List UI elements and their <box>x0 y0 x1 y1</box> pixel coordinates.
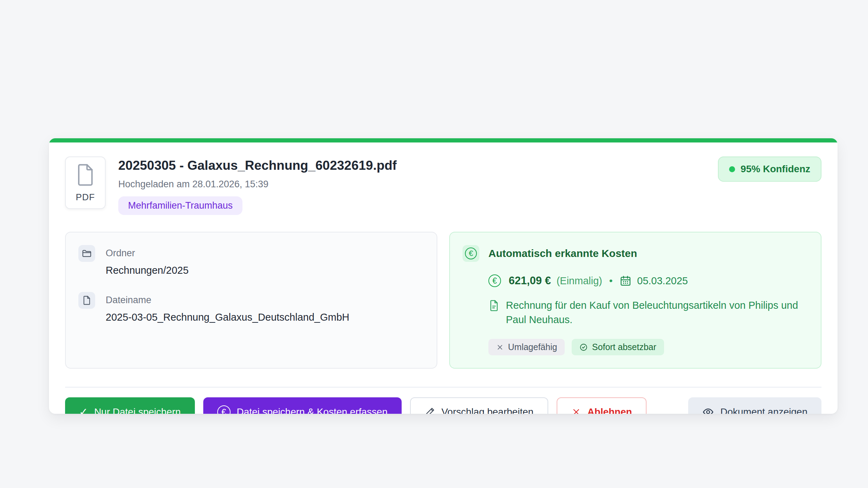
filename-label: Dateiname <box>106 294 349 306</box>
folder-icon <box>82 248 92 259</box>
cost-description-row: Rechnung für den Kauf von Beleuchtungsar… <box>488 298 808 327</box>
folder-label: Ordner <box>106 247 189 259</box>
file-icon <box>82 295 92 305</box>
cost-amount-row: € 621,09 € (Einmalig) • 05.03.2025 <box>488 274 808 287</box>
card-accent-bar <box>49 138 838 142</box>
filename-text: Dateiname 2025-03-05_Rechnung_Galaxus_De… <box>106 292 349 323</box>
badge-label: Sofort absetzbar <box>592 342 656 352</box>
folder-icon-chip <box>78 245 95 262</box>
save-file-label: Nur Datei speichern <box>94 406 181 414</box>
cost-date: 05.03.2025 <box>637 275 688 287</box>
save-with-costs-label: Datei speichern & Kosten erfassen <box>237 406 388 414</box>
file-details-panel: Ordner Rechnungen/2025 Dateiname 2025-03… <box>65 232 437 369</box>
confidence-dot-icon <box>729 166 735 172</box>
detected-costs-panel: € Automatisch erkannte Kosten € 621,09 €… <box>449 232 821 369</box>
folder-row: Ordner Rechnungen/2025 <box>78 245 424 277</box>
costs-heading: Automatisch erkannte Kosten <box>488 248 637 259</box>
pencil-icon <box>425 407 435 414</box>
badge-sofort-absetzbar: Sofort absetzbar <box>572 339 664 355</box>
cost-amount: 621,09 € <box>509 274 551 287</box>
pdf-label: PDF <box>76 192 95 203</box>
file-icon-chip <box>78 292 95 309</box>
cost-description: Rechnung für den Kauf von Beleuchtungsar… <box>506 298 808 327</box>
filename-value: 2025-03-05_Rechnung_Galaxus_Deutschland_… <box>106 311 349 323</box>
x-icon <box>571 407 581 414</box>
save-file-button[interactable]: ✓ Nur Datei speichern <box>65 397 195 414</box>
document-review-card: PDF 20250305 - Galaxus_Rechnung_60232619… <box>49 138 838 414</box>
info-panels: Ordner Rechnungen/2025 Dateiname 2025-03… <box>65 232 821 369</box>
upload-timestamp: Hochgeladen am 28.01.2026, 15:39 <box>118 178 397 190</box>
calendar-icon <box>620 275 631 287</box>
reject-label: Ablehnen <box>587 406 632 414</box>
confidence-badge: 95% Konfidenz <box>718 156 821 182</box>
footer-divider <box>65 387 821 388</box>
property-tag: Mehrfamilien-Traumhaus <box>118 196 242 215</box>
check-icon: ✓ <box>79 407 88 414</box>
dot-separator: • <box>609 275 613 286</box>
header-main: 20250305 - Galaxus_Rechnung_60232619.pdf… <box>118 156 397 215</box>
euro-amount-icon: € <box>488 274 501 287</box>
folder-text: Ordner Rechnungen/2025 <box>106 245 189 277</box>
eye-icon <box>702 406 714 414</box>
file-title: 20250305 - Galaxus_Rechnung_60232619.pdf <box>118 158 397 173</box>
action-bar: ✓ Nur Datei speichern € Datei speichern … <box>65 397 821 414</box>
view-document-label: Dokument anzeigen <box>720 406 807 414</box>
badge-umlagefaehig: Umlagefähig <box>488 339 565 355</box>
euro-button-icon: € <box>217 405 231 414</box>
edit-proposal-button[interactable]: Vorschlag bearbeiten <box>410 397 548 414</box>
reject-button[interactable]: Ablehnen <box>557 397 647 414</box>
edit-proposal-label: Vorschlag bearbeiten <box>442 406 534 414</box>
euro-circle-icon: € <box>465 248 477 259</box>
save-with-costs-button[interactable]: € Datei speichern & Kosten erfassen <box>203 397 402 414</box>
badge-label: Umlagefähig <box>508 342 557 352</box>
check-circle-icon <box>579 343 588 351</box>
document-icon <box>75 163 96 186</box>
confidence-label: 95% Konfidenz <box>741 163 810 175</box>
costs-body: € 621,09 € (Einmalig) • 05.03.2025 <box>488 274 808 355</box>
card-header: PDF 20250305 - Galaxus_Rechnung_60232619… <box>49 142 838 215</box>
folder-value: Rechnungen/2025 <box>106 264 189 277</box>
cost-badges: Umlagefähig Sofort absetzbar <box>488 339 808 355</box>
x-icon <box>496 343 504 351</box>
pdf-thumbnail: PDF <box>65 156 106 209</box>
cost-frequency: (Einmalig) <box>557 275 602 287</box>
view-document-button[interactable]: Dokument anzeigen <box>688 397 821 414</box>
euro-chip: € <box>463 245 479 262</box>
filename-row: Dateiname 2025-03-05_Rechnung_Galaxus_De… <box>78 292 424 323</box>
costs-header: € Automatisch erkannte Kosten <box>463 245 808 262</box>
document-text-icon <box>488 300 500 312</box>
